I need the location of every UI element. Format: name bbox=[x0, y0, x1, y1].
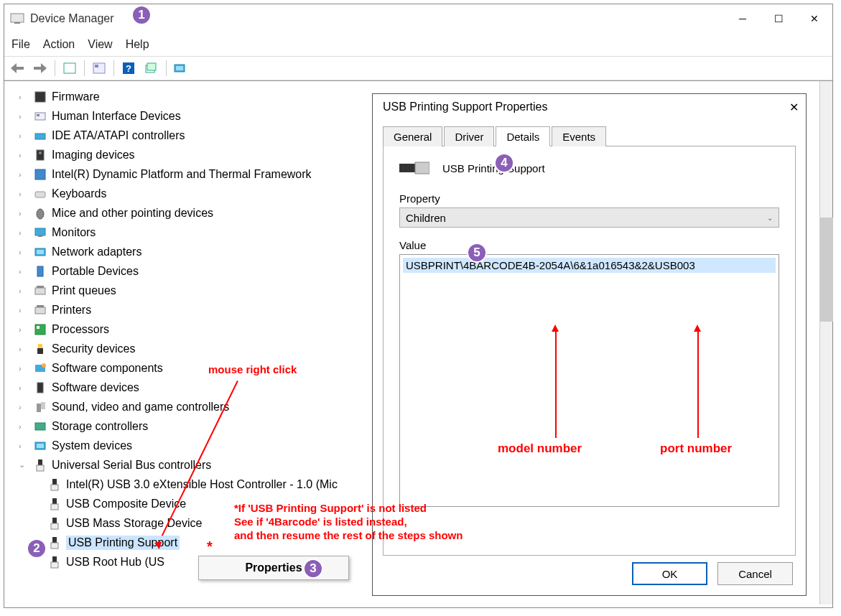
menu-view[interactable]: View bbox=[88, 38, 112, 51]
arrow-model-head bbox=[552, 325, 559, 332]
menu-action[interactable]: Action bbox=[43, 38, 75, 51]
chevron-right-icon[interactable]: › bbox=[19, 306, 29, 314]
chevron-right-icon[interactable]: › bbox=[19, 364, 29, 373]
usb-icon bbox=[47, 555, 62, 569]
context-menu-properties[interactable]: Properties bbox=[245, 561, 302, 574]
chevron-right-icon[interactable]: › bbox=[19, 422, 29, 431]
value-row[interactable]: USBPRINT\4BARCODE4B-2054A\6&1a016543&2&U… bbox=[403, 258, 776, 273]
svg-rect-43 bbox=[38, 459, 42, 465]
anno-port: port number bbox=[660, 442, 732, 456]
device-icon bbox=[33, 167, 47, 182]
chevron-right-icon[interactable]: › bbox=[19, 209, 29, 218]
svg-rect-39 bbox=[41, 402, 45, 409]
anno-note-2: See if '4Barcode' is listed instead, bbox=[234, 515, 407, 528]
chevron-right-icon[interactable]: › bbox=[19, 286, 29, 295]
device-icon bbox=[33, 439, 47, 453]
dialog-titlebar: USB Printing Support Properties ✕ bbox=[373, 94, 806, 120]
device-icon bbox=[33, 225, 47, 240]
anno-note-3: and then resume the rest of the steps sh… bbox=[234, 529, 463, 541]
svg-marker-2 bbox=[11, 63, 24, 73]
property-label: Property bbox=[399, 192, 779, 205]
svg-rect-42 bbox=[37, 444, 44, 448]
svg-rect-25 bbox=[37, 250, 44, 254]
back-button[interactable] bbox=[7, 59, 27, 78]
devices-toolbar-button[interactable] bbox=[171, 59, 191, 78]
tab-driver[interactable]: Driver bbox=[444, 126, 494, 146]
usb-connector-icon bbox=[399, 158, 429, 178]
close-button[interactable]: ✕ bbox=[796, 4, 832, 33]
menu-help[interactable]: Help bbox=[126, 38, 149, 51]
scrollbar-thumb[interactable] bbox=[820, 218, 833, 322]
chevron-right-icon[interactable]: › bbox=[19, 93, 29, 101]
chevron-right-icon[interactable]: › bbox=[19, 325, 29, 334]
svg-rect-6 bbox=[95, 65, 98, 67]
usb-icon bbox=[47, 516, 62, 531]
usb-icon bbox=[47, 536, 62, 550]
svg-rect-32 bbox=[37, 326, 40, 329]
chevron-right-icon[interactable]: › bbox=[19, 442, 29, 450]
arrow-rightclick-head bbox=[154, 541, 163, 550]
svg-rect-15 bbox=[37, 114, 40, 116]
chevron-right-icon[interactable]: › bbox=[19, 267, 29, 276]
chevron-right-icon[interactable]: › bbox=[19, 403, 29, 411]
scan-button[interactable] bbox=[141, 59, 162, 78]
svg-rect-47 bbox=[52, 498, 57, 504]
chevron-right-icon[interactable]: › bbox=[19, 383, 29, 392]
property-dropdown[interactable]: Children ⌄ bbox=[399, 207, 779, 228]
svg-rect-44 bbox=[37, 465, 44, 471]
properties-toolbar-button[interactable] bbox=[89, 59, 109, 78]
device-icon bbox=[33, 322, 47, 337]
chevron-down-icon[interactable]: ⌄ bbox=[19, 460, 29, 470]
device-icon bbox=[33, 381, 47, 395]
tab-general[interactable]: General bbox=[383, 126, 442, 146]
device-icon bbox=[33, 90, 47, 104]
device-icon bbox=[33, 109, 47, 123]
chevron-right-icon[interactable]: › bbox=[19, 190, 29, 198]
vertical-scrollbar[interactable] bbox=[819, 81, 832, 605]
forward-button[interactable] bbox=[30, 59, 50, 78]
svg-point-18 bbox=[39, 151, 42, 154]
tab-events[interactable]: Events bbox=[552, 126, 606, 146]
svg-rect-1 bbox=[14, 22, 20, 24]
show-hidden-button[interactable] bbox=[60, 59, 80, 78]
tab-details[interactable]: Details bbox=[496, 126, 550, 146]
value-label: Value bbox=[399, 239, 779, 251]
device-icon bbox=[33, 400, 47, 414]
usb-icon bbox=[47, 477, 62, 492]
svg-rect-37 bbox=[37, 383, 43, 393]
chevron-right-icon[interactable]: › bbox=[19, 112, 29, 121]
device-icon bbox=[33, 361, 47, 375]
chevron-right-icon[interactable]: › bbox=[19, 228, 29, 237]
device-icon bbox=[33, 342, 47, 356]
svg-rect-49 bbox=[52, 518, 57, 523]
callout-1: 1 bbox=[131, 5, 152, 25]
value-listbox[interactable]: USBPRINT\4BARCODE4B-2054A\6&1a016543&2&U… bbox=[399, 254, 779, 507]
device-icon bbox=[33, 264, 47, 279]
callout-4: 4 bbox=[494, 153, 514, 173]
help-toolbar-button[interactable]: ? bbox=[119, 59, 139, 78]
chevron-right-icon[interactable]: › bbox=[19, 131, 29, 140]
chevron-right-icon[interactable]: › bbox=[19, 248, 29, 256]
ok-button[interactable]: OK bbox=[632, 562, 707, 585]
svg-rect-33 bbox=[38, 344, 42, 348]
arrow-port-head bbox=[694, 325, 701, 332]
dialog-close-button[interactable]: ✕ bbox=[789, 101, 799, 114]
svg-rect-45 bbox=[52, 479, 57, 485]
chevron-right-icon[interactable]: › bbox=[19, 170, 29, 179]
callout-5: 5 bbox=[467, 243, 487, 263]
cancel-button[interactable]: Cancel bbox=[717, 562, 793, 585]
asterisk-mark: * bbox=[207, 538, 213, 555]
maximize-button[interactable]: ☐ bbox=[761, 4, 796, 33]
svg-rect-22 bbox=[35, 228, 45, 235]
svg-rect-30 bbox=[37, 305, 44, 307]
chevron-right-icon[interactable]: › bbox=[19, 345, 29, 353]
device-icon bbox=[33, 206, 47, 220]
device-icon bbox=[33, 148, 47, 162]
svg-rect-46 bbox=[51, 485, 58, 490]
svg-rect-23 bbox=[38, 235, 42, 237]
svg-rect-0 bbox=[11, 14, 24, 22]
device-icon bbox=[33, 187, 47, 201]
chevron-right-icon[interactable]: › bbox=[19, 151, 29, 159]
menu-file[interactable]: File bbox=[11, 38, 30, 51]
minimize-button[interactable]: ─ bbox=[725, 4, 761, 33]
